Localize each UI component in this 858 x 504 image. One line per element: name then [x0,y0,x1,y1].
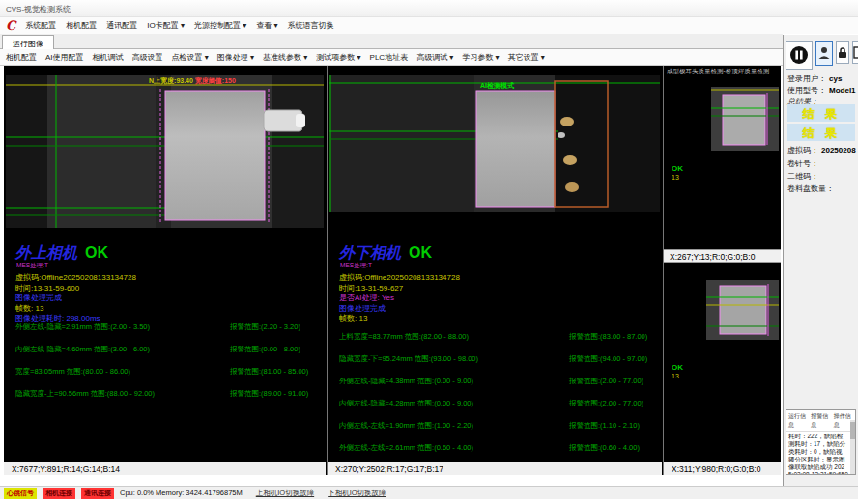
tray-count-label: 卷料盘数量： [787,184,834,193]
small-bottom-ok: OK [672,363,683,372]
comm-connection-badge: 通讯连接 [81,488,114,499]
alarm-range: 报警范围:(2.00 - 77.00) [569,399,644,408]
cursor-status-small-top: X:267;Y:13;R:0;G:0;B:0 [664,249,781,263]
menu-item[interactable]: 系统语言切换 [288,20,334,31]
panel-camera-lower: AI检测模式 外下相机OK MES处理:T 虚拟码:Offline2025020… [327,66,662,475]
lock-button[interactable] [836,41,849,64]
toolbar-item[interactable]: 测试项参数 ▾ [316,52,360,63]
mes-status: MES处理:T [16,262,48,270]
toolbar-item[interactable]: 相机配置 [6,52,37,63]
alarm-range: 报警范围:(0.00 - 8.00) [230,345,300,354]
measurement-value: 外侧左线-隐藏=4.38mm 范围:(0.00 - 9.00) [339,377,569,386]
lock-icon [838,46,847,59]
menu-item[interactable]: 相机配置 [66,20,97,31]
alarm-range: 报警范围:(1.10 - 2.10) [569,421,640,431]
virtual-code-value: 20250208 [821,146,856,154]
model-value: Model1 [829,86,856,95]
measurement-row: 内侧左线-隐藏=4.28mm 范围:(0.00 - 9.00) 报警范围:(2.… [339,399,647,408]
small-view-bottom-image[interactable] [706,280,779,340]
measurement-value: 外侧左线-左线=2.61mm 范围:(0.60 - 4.00) [339,443,569,453]
measurement-row: 内侧左线-隐藏=4.60mm 范围:(3.00 - 6.00) 报警范围:(0.… [15,345,308,354]
log-tab[interactable]: 报警信息 [811,412,830,430]
log-tab[interactable]: 运行信息 [788,412,808,430]
app-window: CVS-视觉检测系统 C 系统配置相机配置通讯配置IO卡配置 ▾光源控制配置 ▾… [0,0,858,504]
info-block-upper: 虚拟码:Offline20250208133134728 时间:13-31-59… [15,273,136,324]
measurement-value: 内侧左线-隐藏=4.60mm 范围:(3.00 - 6.00) [15,345,230,354]
cursor-status-upper: X:7677;Y:891;R:14;G:14;B:14 [4,462,326,475]
toolbar-item[interactable]: 点检设置 ▾ [172,52,209,63]
menu-item[interactable]: 查看 ▾ [256,20,277,31]
toolbar-item[interactable]: 相机调试 [93,52,124,63]
alarm-range: 报警范围:(83.00 - 87.00) [569,332,647,342]
menu-item[interactable]: 通讯配置 [106,20,137,31]
window-title: CVS-视觉检测系统 [6,5,71,14]
toolbar: 相机配置AI使用配置相机调试高级设置点检设置 ▾图像处理 ▾基准线参数 ▾测试项… [0,49,783,66]
info-process-done: 图像处理完成 [339,304,460,315]
measurement-list-lower: 上料宽度=83.77mm 范围:(82.00 - 88.00) 报警范围:(83… [339,332,647,465]
camera-name: 外上相机 [15,243,77,262]
panel-camera-upper: N上宽度:93.40 宽度阈值:150 外上相机OK MES处理:T 虚拟码:O… [4,66,326,475]
cursor-status-small-bottom: X:311;Y:980;R:0;G:0;B:0 [664,462,781,475]
field-model: 使用型号：Model1 [787,85,856,96]
scrollbar-thumb[interactable] [850,422,855,439]
camera-connection-badge: 相机连接 [43,488,75,499]
user-button[interactable] [815,41,833,66]
bottom-status-bar: 心跳信号 相机连接 通讯连接 Cpu: 0.0% Memory: 3424.41… [0,486,858,499]
field-needle-number: 卷针号： [787,158,818,169]
sidebar: 登录用户：cys 使用型号：Model1 总结果： 结 果 结 果 虚拟码：20… [783,35,858,486]
small-view-top-image[interactable] [711,87,779,151]
toolbar-item[interactable]: 其它设置 ▾ [508,52,545,63]
info-frame-count: 帧数: 13 [15,304,136,315]
field-virtual-code: 虚拟码：20250208 [787,145,856,155]
pause-button[interactable] [786,41,813,70]
toolbar-item[interactable]: 基准线参数 ▾ [263,52,307,63]
lower-camera-fault-link[interactable]: 下相机IO切换故障 [328,489,386,498]
pause-icon [789,45,809,65]
log-scrollbar[interactable] [850,420,855,474]
toolbar-item[interactable]: PLC地址表 [370,52,409,63]
measurement-row: 宽度=83.05mm 范围:(80.00 - 86.00) 报警范围:(81.0… [15,367,308,377]
sidebar-button-row [786,41,858,70]
info-time: 时间:13-31-59-600 [15,284,136,294]
info-ai-used: 是否AI处理: Yes [339,294,460,304]
cpu-memory-text: Cpu: 0.0% Memory: 3424.41796875M [120,489,243,497]
measurement-value: 隐藏宽度-下=95.24mm 范围:(93.00 - 98.00) [339,354,569,364]
tab-run-image[interactable]: 运行图像 [2,35,54,49]
overlay-width-threshold: 宽度阈值:150 [195,77,236,84]
toolbar-item[interactable]: AI使用配置 [45,52,84,63]
exit-button[interactable] [852,41,858,64]
log-tabs: 运行信息报警信息操作信息 [786,410,855,432]
thumb-overlay-graphics [706,280,779,340]
toolbar-item[interactable]: 高级调试 ▾ [416,52,453,63]
menu-item[interactable]: IO卡配置 ▾ [147,20,185,31]
camera-image-lower[interactable]: AI检测模式 [329,75,660,212]
measurement-row: 内侧左线-左线=1.90mm 范围:(1.00 - 2.20) 报警范围:(1.… [339,421,647,431]
info-process-done: 图像处理完成 [15,294,136,304]
alarm-range: 报警范围:(0.60 - 4.00) [569,443,640,453]
measurement-value: 隐藏宽度-上=90.56mm 范围:(88.00 - 92.00) [15,389,230,399]
menu-item[interactable]: 光源控制配置 ▾ [194,20,246,31]
login-user-value: cys [829,74,842,83]
menu-item[interactable]: 系统配置 [25,20,56,31]
result-ok-label: OK [409,244,432,261]
toolbar-item[interactable]: 学习参数 ▾ [462,52,499,63]
views-caption: 成型极耳头质量检测-桥顶焊质量检测 [667,68,769,76]
measurement-value: 宽度=83.05mm 范围:(80.00 - 86.00) [15,367,230,377]
camera-name: 外下相机 [339,243,401,262]
toolbar-item[interactable]: 高级设置 [132,52,163,63]
camera-image-upper[interactable]: N上宽度:93.40 宽度阈值:150 [6,75,324,228]
measurement-list-upper: 外侧左线-隐藏=2.91mm 范围:(2.00 - 3.50) 报警范围:(2.… [15,322,308,411]
result-ok-label: OK [85,244,108,261]
upper-camera-fault-link[interactable]: 上相机IO切换故障 [256,489,314,498]
alarm-range: 报警范围:(94.00 - 97.00) [569,354,647,364]
measurement-row: 外侧左线-隐藏=2.91mm 范围:(2.00 - 3.50) 报警范围:(2.… [15,322,308,332]
field-qr-code: 二维码： [787,171,818,182]
toolbar-item[interactable]: 图像处理 ▾ [217,52,254,63]
small-top-ok: OK [672,164,683,173]
small-top-frame: 13 [672,174,679,181]
needle-number-label: 卷针号： [787,159,818,168]
thumb-overlay-graphics [711,87,779,151]
info-block-lower: 虚拟码:Offline20250208133134728 时间:13-31-59… [339,273,460,324]
image-overlay-text: N上宽度:93.40 宽度阈值:150 [149,76,236,86]
measurement-row: 外侧左线-隐藏=4.38mm 范围:(0.00 - 9.00) 报警范围:(2.… [339,377,647,386]
